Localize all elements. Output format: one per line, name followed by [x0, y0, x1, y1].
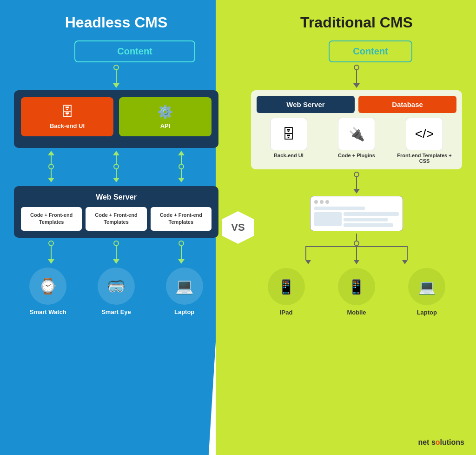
headless-content-box: Content: [74, 40, 195, 62]
smarteye-label: Smart Eye: [101, 308, 131, 315]
backend-ui-label: Back-end UI: [30, 122, 104, 129]
browser-dot-2: [320, 200, 324, 204]
headless-webserver-block: Web Server Code + Front-end Templates Co…: [14, 186, 218, 238]
device-laptop-right: 💻 Laptop: [408, 268, 445, 316]
down-arrow-col-2: [113, 241, 119, 264]
browser-content: [314, 207, 399, 227]
browser-mockup: [310, 196, 403, 231]
api-box: ⚙️ API: [119, 97, 212, 136]
traditional-cms-panel: Traditional CMS Content Web Server Datab…: [232, 0, 476, 455]
headless-devices-row: ⌚ Smart Watch 🥽 Smart Eye 💻 Laptop: [14, 268, 218, 315]
browser-dot-1: [314, 200, 318, 204]
webserver-title: Web Server: [21, 193, 212, 201]
down-arrow-col-1: [48, 241, 54, 264]
right-frontend-icon-box: </>: [406, 118, 443, 150]
api-icon: ⚙️: [128, 104, 202, 120]
device-mobile: 📱 Mobile: [338, 268, 375, 316]
device-smartwatch: ⌚ Smart Watch: [29, 268, 66, 315]
right-frontend-icon: </>: [415, 127, 434, 141]
backend-ui-icon: 🗄: [30, 104, 104, 120]
right-webserver-row: Web Server Database: [257, 96, 456, 113]
right-backend-label: Back-end UI: [274, 153, 304, 158]
right-plugins-label: Code + Plugins: [338, 153, 375, 158]
traditional-cms-title: Traditional CMS: [251, 14, 462, 31]
right-plugins-icon-box: 🔌: [338, 118, 375, 150]
traditional-devices-row: 📱 iPad 📱 Mobile 💻 Laptop: [251, 268, 462, 316]
headless-backend-block: 🗄 Back-end UI ⚙️ API: [14, 90, 218, 148]
template-box-1: Code + Front-end Templates: [21, 207, 82, 231]
device-smarteye: 🥽 Smart Eye: [98, 268, 135, 315]
arrow-col-3: [178, 151, 185, 182]
mobile-icon: 📱: [338, 268, 375, 305]
mobile-label: Mobile: [347, 309, 366, 316]
smarteye-icon: 🥽: [98, 268, 135, 305]
right-plugins-icon: 🔌: [349, 127, 365, 142]
right-backend-item: 🗄 Back-end UI: [257, 118, 321, 164]
headless-cms-panel: Headless CMS Content 🗄 Back-end UI ⚙️ AP…: [0, 0, 232, 455]
smartwatch-icon: ⌚: [29, 268, 66, 305]
laptop-left-label: Laptop: [174, 308, 194, 315]
browser-content-block: [314, 212, 399, 227]
right-backend-icon-box: 🗄: [270, 118, 307, 150]
browser-sidebar-rect: [314, 212, 342, 226]
browser-line-1: [344, 212, 399, 216]
device-ipad: 📱 iPad: [268, 268, 305, 316]
traditional-content-box: Content: [329, 40, 412, 62]
ipad-label: iPad: [280, 309, 292, 316]
right-frontend-label: Front-end Templates + CSS: [392, 153, 456, 164]
api-label: API: [128, 122, 202, 129]
webserver-box: Web Server: [257, 96, 355, 113]
right-plugins-item: 🔌 Code + Plugins: [324, 118, 389, 164]
right-icons-row: 🗄 Back-end UI 🔌 Code + Plugins </> Front…: [257, 118, 456, 164]
arrow-col-1: [48, 151, 54, 182]
database-box: Database: [358, 96, 456, 113]
device-laptop-left: 💻 Laptop: [166, 268, 203, 315]
laptop-right-icon: 💻: [408, 268, 445, 305]
ipad-icon: 📱: [268, 268, 305, 305]
headless-cms-title: Headless CMS: [14, 14, 218, 31]
browser-top-bar: [314, 200, 399, 204]
template-box-2: Code + Front-end Templates: [86, 207, 146, 231]
right-spread-arrows: [251, 234, 462, 264]
arrow-col-2: [113, 151, 119, 182]
browser-line-2: [344, 218, 388, 221]
laptop-left-icon: 💻: [166, 268, 203, 305]
browser-url-bar: [314, 207, 365, 210]
laptop-right-label: Laptop: [417, 309, 437, 316]
right-backend-icon: 🗄: [282, 127, 295, 142]
template-row: Code + Front-end Templates Code + Front-…: [21, 207, 212, 231]
browser-dot-3: [325, 200, 329, 204]
backend-ui-box: 🗄 Back-end UI: [21, 97, 113, 136]
browser-line-3: [344, 223, 393, 227]
down-arrow-col-3: [178, 241, 185, 264]
right-frontend-item: </> Front-end Templates + CSS: [392, 118, 456, 164]
smartwatch-label: Smart Watch: [30, 308, 66, 315]
template-box-3: Code + Front-end Templates: [151, 207, 212, 231]
